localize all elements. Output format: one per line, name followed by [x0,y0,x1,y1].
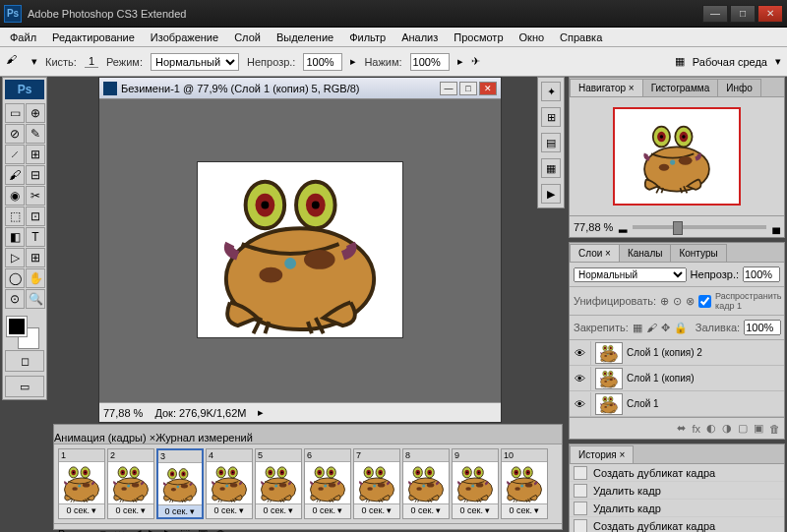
del-frame-icon[interactable]: 🗑 [215,528,226,533]
tool-1[interactable]: ⊕ [26,103,45,123]
anim-frame[interactable]: 50 сек. ▾ [255,448,302,519]
layer-thumbnail[interactable] [595,393,623,415]
canvas[interactable] [197,161,403,338]
lock-paint-icon[interactable]: 🖌 [646,322,657,333]
menu-Редактирование[interactable]: Редактирование [44,30,143,45]
tab-Журнал измерений[interactable]: Журнал измерений [155,432,253,443]
menu-Файл[interactable]: Файл [2,30,44,45]
menu-Фильтр[interactable]: Фильтр [341,30,394,45]
layer-comps-icon[interactable]: ▦ [541,158,561,178]
frame-delay[interactable]: 0 сек. ▾ [158,504,202,517]
frame-delay[interactable]: 0 сек. ▾ [256,503,301,516]
frame-delay[interactable]: 0 сек. ▾ [59,503,104,516]
history-item[interactable]: Удалить кадр [570,482,784,500]
tool-13[interactable]: T [26,227,45,247]
frame-delay[interactable]: 0 сек. ▾ [403,503,449,516]
menu-Просмотр[interactable]: Просмотр [446,30,511,45]
doc-close-button[interactable]: ✕ [479,82,497,95]
prev-frame-icon[interactable]: ◀ [133,527,141,532]
unify-pos-icon[interactable]: ⊕ [660,295,669,308]
canvas-area[interactable] [115,99,485,400]
menu-Слой[interactable]: Слой [226,30,269,45]
menu-Справка[interactable]: Справка [552,30,610,45]
layer-thumbnail[interactable] [595,342,623,364]
next-frame-icon[interactable]: ▶ [164,527,172,532]
layer-row[interactable]: 👁Слой 1 [570,391,784,417]
link-icon[interactable]: ⬌ [677,422,686,435]
tool-3[interactable]: ✎ [26,124,45,144]
mask-icon[interactable]: ◐ [706,422,716,435]
actions-icon[interactable]: ▶ [541,184,561,204]
tool-10[interactable]: ⬚ [5,207,25,226]
unify-vis-icon[interactable]: ⊙ [673,295,682,308]
history-item[interactable]: Создать дубликат кадра [570,464,784,482]
adjust-icon[interactable]: ◑ [722,422,732,435]
layer-name[interactable]: Слой 1 (копия) [627,373,784,384]
anim-frame[interactable]: 70 сек. ▾ [353,448,400,519]
nav-zoom-readout[interactable]: 77,88 % [574,221,613,233]
frame-delay[interactable]: 0 сек. ▾ [354,503,399,516]
new-layer-icon[interactable]: ▣ [754,422,763,435]
flow-input[interactable] [410,53,450,71]
brush-size[interactable]: 1 [85,55,98,68]
menu-Выделение[interactable]: Выделение [269,30,341,45]
blend-mode-select[interactable]: Нормальный [151,53,239,71]
tween-icon[interactable]: ⬚ [180,527,190,532]
foreground-color[interactable] [7,317,27,336]
loop-arrow-icon[interactable]: ▾ [100,527,106,532]
layer-row[interactable]: 👁Слой 1 (копия) 2 [570,340,784,366]
screen-mode-icon[interactable]: ▭ [5,376,44,397]
visibility-icon[interactable]: 👁 [570,392,591,416]
navigator-thumbnail[interactable] [613,107,741,206]
tool-18[interactable]: ⊙ [5,289,25,309]
minimize-button[interactable]: — [702,5,728,23]
clone-icon[interactable]: ⊞ [541,107,561,127]
anim-frame[interactable]: 90 сек. ▾ [452,448,499,519]
history-item[interactable]: Создать дубликат кадра [570,517,784,532]
play-icon[interactable]: ▶ [149,527,156,532]
layer-thumbnail[interactable] [595,368,623,389]
workspace-label[interactable]: Рабочая среда [693,56,767,68]
visibility-icon[interactable]: 👁 [570,341,591,365]
tab-Слои ×[interactable]: Слои × [570,244,620,262]
tool-presets-icon[interactable]: ▤ [541,133,561,152]
flow-arrow-icon[interactable]: ▸ [457,55,463,68]
tool-9[interactable]: ✂ [26,186,45,206]
anim-frame[interactable]: 60 сек. ▾ [304,448,351,519]
first-frame-icon[interactable]: ⏮ [114,528,125,533]
quick-mask-icon[interactable]: ◻ [5,350,44,372]
fx-icon[interactable]: fx [692,423,700,435]
tool-15[interactable]: ⊞ [26,248,45,267]
tab-Каналы[interactable]: Каналы [619,244,672,262]
frame-delay[interactable]: 0 сек. ▾ [453,503,498,516]
anim-frame[interactable]: 80 сек. ▾ [402,448,450,519]
anim-frame[interactable]: 100 сек. ▾ [501,448,548,519]
frame-delay[interactable]: 0 сек. ▾ [108,503,153,516]
loop-select[interactable]: Всегда [58,528,92,533]
frame-delay[interactable]: 0 сек. ▾ [305,503,350,516]
tool-0[interactable]: ▭ [5,103,25,123]
lock-trans-icon[interactable]: ▦ [633,322,642,334]
tool-7[interactable]: ⊟ [26,165,45,185]
workspace-arrow-icon[interactable]: ▾ [775,55,781,68]
tool-4[interactable]: ⟋ [5,145,25,164]
doc-minimize-button[interactable]: — [440,82,457,95]
unify-style-icon[interactable]: ⊗ [686,295,695,308]
navigator-preview[interactable] [570,97,784,215]
go-bridge-icon[interactable]: ▦ [675,55,685,68]
doc-maximize-button[interactable]: □ [459,82,477,95]
frame-delay[interactable]: 0 сек. ▾ [502,503,547,516]
tool-16[interactable]: ◯ [5,268,25,288]
brushes-icon[interactable]: ✦ [541,82,561,101]
layer-name[interactable]: Слой 1 [627,398,784,409]
tool-2[interactable]: ⊘ [5,124,25,144]
group-icon[interactable]: ▢ [738,422,748,435]
frame-delay[interactable]: 0 сек. ▾ [207,503,252,516]
airbrush-icon[interactable]: ✈ [471,55,480,68]
tab-Инфо[interactable]: Инфо [717,79,761,96]
opacity-input[interactable] [303,53,342,71]
visibility-icon[interactable]: 👁 [570,367,591,390]
status-arrow-icon[interactable]: ▸ [258,406,264,419]
tab-Анимация (кадры) ×[interactable]: Анимация (кадры) × [54,432,155,443]
menu-Изображение[interactable]: Изображение [143,30,226,45]
